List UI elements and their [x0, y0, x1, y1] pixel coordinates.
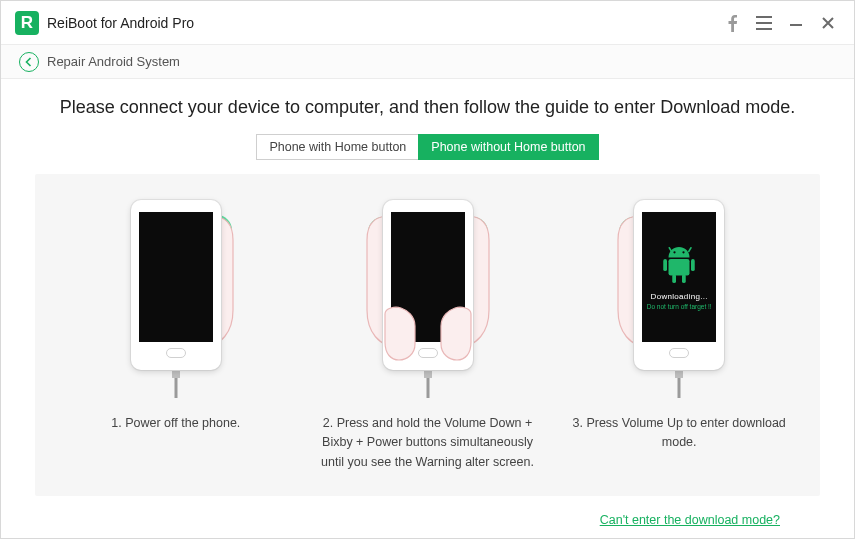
step-2-illustration: [343, 196, 513, 396]
step-3-illustration: Downloading... Do not turn off target !!: [594, 196, 764, 396]
main-content: Please connect your device to computer, …: [1, 79, 854, 538]
menu-icon[interactable]: [748, 7, 780, 39]
tab-group: Phone with Home button Phone without Hom…: [35, 134, 820, 160]
svg-rect-16: [691, 259, 695, 271]
cant-enter-download-mode-link[interactable]: Can't enter the download mode?: [600, 513, 780, 527]
phone-icon: [131, 200, 221, 370]
app-title: ReiBoot for Android Pro: [47, 15, 194, 31]
app-logo-icon: R: [15, 11, 39, 35]
help-link-row: Can't enter the download mode?: [35, 496, 820, 528]
svg-rect-18: [682, 274, 686, 283]
step-3-caption: 3. Press Volume Up to enter download mod…: [564, 414, 794, 453]
svg-rect-17: [672, 274, 676, 283]
breadcrumb-text: Repair Android System: [47, 54, 180, 69]
step-2-caption: 2. Press and hold the Volume Down + Bixb…: [313, 414, 543, 472]
steps-panel: 1. Power off the phone.: [35, 174, 820, 496]
step-2: 2. Press and hold the Volume Down + Bixb…: [307, 196, 549, 472]
step-3: Downloading... Do not turn off target !!…: [558, 196, 800, 472]
svg-rect-3: [174, 378, 177, 398]
svg-rect-2: [172, 370, 180, 378]
titlebar: R ReiBoot for Android Pro: [1, 1, 854, 45]
tab-phone-with-home[interactable]: Phone with Home button: [256, 134, 418, 160]
finger-left-icon: [383, 306, 417, 362]
tab-phone-without-home[interactable]: Phone without Home button: [418, 134, 598, 160]
step-1: 1. Power off the phone.: [55, 196, 297, 472]
downloading-text: Downloading...: [651, 292, 708, 301]
svg-rect-14: [669, 259, 690, 276]
download-warning-text: Do not turn off target !!: [647, 303, 712, 310]
usb-cable-icon: [169, 370, 183, 398]
close-icon[interactable]: [812, 7, 844, 39]
svg-point-13: [683, 251, 685, 253]
back-button[interactable]: [19, 52, 39, 72]
page-headline: Please connect your device to computer, …: [35, 97, 820, 118]
svg-rect-15: [663, 259, 667, 271]
breadcrumb: Repair Android System: [1, 45, 854, 79]
facebook-icon[interactable]: [716, 7, 748, 39]
step-1-illustration: [91, 196, 261, 396]
minimize-icon[interactable]: [780, 7, 812, 39]
android-icon: [661, 244, 697, 286]
finger-right-icon: [439, 306, 473, 362]
svg-point-12: [674, 251, 676, 253]
step-1-caption: 1. Power off the phone.: [111, 414, 240, 433]
phone-icon: Downloading... Do not turn off target !!: [634, 200, 724, 370]
